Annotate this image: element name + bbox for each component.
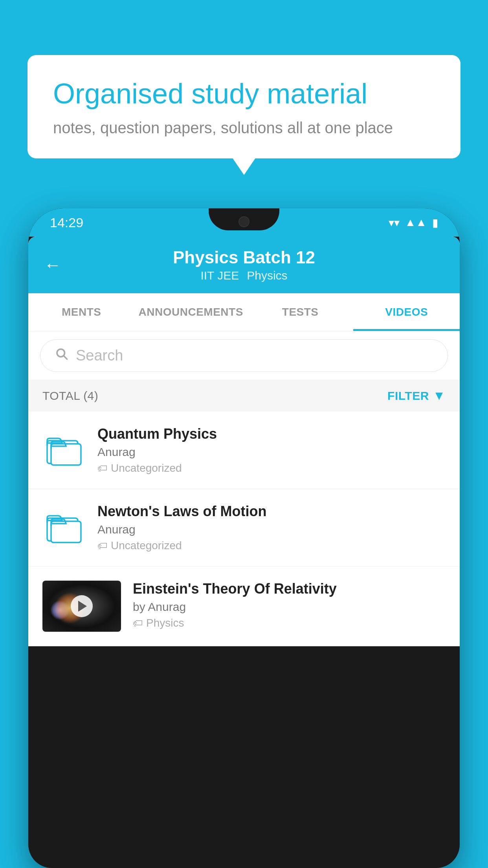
filter-button[interactable]: FILTER ▼: [387, 388, 446, 403]
tag-label-3: Physics: [146, 617, 184, 629]
video-author-2: Anurag: [97, 523, 446, 536]
search-input-container[interactable]: Search: [40, 339, 448, 372]
tab-videos[interactable]: VIDEOS: [353, 293, 460, 331]
speech-bubble-subtitle: notes, question papers, solutions all at…: [53, 119, 435, 137]
tag-icon-3: 🏷: [133, 617, 143, 629]
video-author-3: by Anurag: [133, 600, 446, 614]
svg-line-1: [64, 356, 67, 359]
header-subtitle-iitjee: IIT JEE: [200, 269, 239, 282]
list-item[interactable]: Newton's Laws of Motion Anurag 🏷 Uncateg…: [28, 489, 460, 566]
filter-funnel-icon: ▼: [433, 388, 446, 403]
video-title-3: Einstein's Theory Of Relativity: [133, 581, 446, 597]
search-bar: Search: [28, 331, 460, 380]
play-icon: [78, 601, 87, 612]
video-author-1: Anurag: [97, 445, 446, 459]
video-title-2: Newton's Laws of Motion: [97, 503, 446, 520]
phone-screen: ← Physics Batch 12 IIT JEE Physics MENTS…: [28, 237, 460, 646]
notch-camera: [238, 216, 250, 227]
tab-tests[interactable]: TESTS: [247, 293, 354, 331]
header-subtitle-physics: Physics: [247, 269, 287, 282]
wifi-icon: ▾▾: [389, 216, 400, 229]
total-count: TOTAL (4): [42, 389, 98, 403]
tag-icon-2: 🏷: [97, 540, 108, 552]
speech-bubble-title: Organised study material: [53, 77, 435, 110]
status-icons: ▾▾ ▲▲ ▮: [389, 216, 438, 229]
video-info-1: Quantum Physics Anurag 🏷 Uncategorized: [97, 426, 446, 474]
back-button[interactable]: ←: [44, 255, 61, 275]
tag-label-2: Uncategorized: [111, 539, 182, 552]
video-title-1: Quantum Physics: [97, 426, 446, 442]
app-header: ← Physics Batch 12 IIT JEE Physics: [28, 237, 460, 293]
header-subtitle: IIT JEE Physics: [173, 269, 315, 282]
speech-bubble: Organised study material notes, question…: [28, 55, 460, 158]
filter-label: FILTER: [387, 389, 429, 403]
tab-ments[interactable]: MENTS: [28, 293, 135, 331]
svg-rect-5: [51, 521, 81, 542]
status-time: 14:29: [50, 215, 83, 230]
battery-icon: ▮: [432, 216, 438, 229]
speech-bubble-container: Organised study material notes, question…: [28, 55, 460, 158]
folder-thumb-1: [42, 428, 86, 472]
folder-thumb-2: [42, 506, 86, 549]
header-center: Physics Batch 12 IIT JEE Physics: [173, 248, 315, 282]
video-tag-2: 🏷 Uncategorized: [97, 539, 446, 552]
header-title: Physics Batch 12: [173, 248, 315, 267]
phone-notch: [209, 208, 279, 230]
video-tag-1: 🏷 Uncategorized: [97, 462, 446, 474]
tab-announcements[interactable]: ANNOUNCEMENTS: [135, 293, 247, 331]
svg-rect-3: [51, 444, 81, 465]
video-info-2: Newton's Laws of Motion Anurag 🏷 Uncateg…: [97, 503, 446, 552]
play-button-3[interactable]: [71, 595, 93, 617]
tabs-bar: MENTS ANNOUNCEMENTS TESTS VIDEOS: [28, 293, 460, 331]
search-icon: [55, 347, 69, 364]
background: Organised study material notes, question…: [0, 0, 488, 868]
tag-label-1: Uncategorized: [111, 462, 182, 474]
video-info-3: Einstein's Theory Of Relativity by Anura…: [133, 581, 446, 629]
list-item[interactable]: Einstein's Theory Of Relativity by Anura…: [28, 566, 460, 646]
tag-icon-1: 🏷: [97, 462, 108, 474]
signal-icon: ▲▲: [405, 216, 427, 229]
filter-bar: TOTAL (4) FILTER ▼: [28, 380, 460, 412]
phone-frame: 14:29 ▾▾ ▲▲ ▮ ← Physics Batch 12 IIT JEE…: [28, 208, 460, 868]
video-thumbnail-3: [42, 581, 121, 632]
search-placeholder: Search: [76, 347, 123, 364]
video-list: Quantum Physics Anurag 🏷 Uncategorized: [28, 412, 460, 646]
list-item[interactable]: Quantum Physics Anurag 🏷 Uncategorized: [28, 412, 460, 489]
video-tag-3: 🏷 Physics: [133, 617, 446, 629]
